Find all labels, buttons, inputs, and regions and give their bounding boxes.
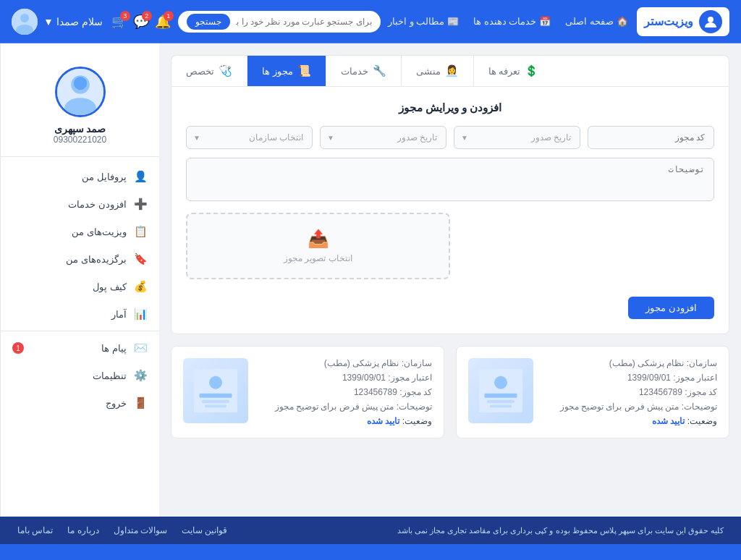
logout-icon: 🚪 [134,396,148,410]
tab-licenses[interactable]: 📜 مجوز ها [247,56,326,86]
tab-secretary-label: منشی [416,66,441,77]
search-input[interactable] [236,17,372,27]
svg-point-10 [494,376,507,389]
messages-icon: ✉️ [134,341,148,355]
svg-point-2 [20,14,29,22]
header-left: ویزیت‌ستر 🏠 صفحه اصلی 📅 خدمات دهنده ها 📰… [388,7,729,36]
svg-point-5 [209,376,222,389]
content-area: 💲 تعرفه ها 👩‍💼 منشی 🔧 خدمات 📜 مجوز ها 🩺 [0,43,741,517]
licenses-icon: 📜 [297,64,311,77]
organization-wrapper: انتخاب سازمان ▼ [186,126,313,149]
nav-home[interactable]: 🏠 صفحه اصلی [565,16,628,27]
tab-specialty-label: تخصص [186,66,214,77]
sidebar-label-logout: خروج [106,398,127,409]
form-row-1: انتخاب سازمان ▼ تاریخ صدور ▼ تاریخ صدور [186,126,714,149]
settings-icon: ⚙️ [134,369,148,382]
license-code-input[interactable] [588,126,714,149]
nav-links: 🏠 صفحه اصلی 📅 خدمات دهنده ها 📰 مطالب و ا… [388,16,628,27]
sidebar-label-favorites: برگزیده‌های من [66,254,127,265]
logo-area[interactable]: ویزیت‌ستر [637,7,729,36]
notification-bell[interactable]: 🔔 1 [155,14,171,30]
sidebar-label-wallet: کیف پول [93,281,127,292]
issue-date-select[interactable]: تاریخ صدور [320,126,446,149]
specialty-icon: 🩺 [219,64,232,77]
sidebar-item-messages[interactable]: ✉️ پیام ها 1 [1,334,159,362]
expiry-date-select[interactable]: تاریخ صدور [454,126,580,149]
sidebar-item-visits[interactable]: 📋 ویزیت‌های من [1,218,159,245]
submit-button[interactable]: افزودن مجوز [628,297,714,319]
form-container: افزودن و ویرایش مجوز انتخاب سازمان ▼ تار… [171,86,729,334]
logo-icon [699,10,722,33]
main-wrapper: 💲 تعرفه ها 👩‍💼 منشی 🔧 خدمات 📜 مجوز ها 🩺 [0,43,741,517]
sidebar-item-stats[interactable]: 📊 آمار [1,300,159,328]
tab-secretary[interactable]: 👩‍💼 منشی [401,56,473,86]
sidebar-item-logout[interactable]: 🚪 خروج [1,389,159,417]
code-wrapper [588,126,714,149]
sidebar-item-add-services[interactable]: ➕ افزودن خدمات [1,190,159,218]
tab-services-label: خدمات [341,66,368,77]
tab-services[interactable]: 🔧 خدمات [326,56,401,86]
nav-providers[interactable]: 📅 خدمات دهنده ها [473,16,551,27]
card-1-image [183,358,248,423]
svg-point-17 [73,77,86,90]
secretary-icon: 👩‍💼 [445,64,459,77]
svg-point-0 [708,17,714,22]
svg-rect-13 [490,405,512,408]
sidebar-divider [1,331,159,331]
footer-link-rules[interactable]: قوانین سایت [182,525,227,535]
card-2-status: وضعیت: تایید شده [542,416,717,426]
upload-icon: 📤 [202,229,434,249]
card-2-code: کد مجوز: 123456789 [542,387,717,397]
card-2-desc: توضیحات: متن پیش فرض برای توضیح مجوز [542,402,717,412]
profile-section: صمد سپهری 09300221020 [1,55,159,157]
user-info[interactable]: سلام صمدا ▼ [12,9,103,35]
upload-area[interactable]: 📤 انتخاب تصویر مجوز [186,213,450,279]
card-2-info: سازمان: نظام پزشکی (مطب) اعتبار مجوز: 13… [542,358,717,426]
sidebar-item-settings[interactable]: ⚙️ تنظیمات [1,362,159,389]
card-1-org: سازمان: نظام پزشکی (مطب) [257,358,432,368]
profile-icon: 👤 [134,170,148,183]
notification-cart[interactable]: 🛒 3 [111,14,127,30]
organization-select[interactable]: انتخاب سازمان [186,126,313,149]
card-1-desc: توضیحات: متن پیش فرض برای توضیح مجوز [257,402,432,412]
license-cards: سازمان: نظام پزشکی (مطب) اعتبار مجوز: 13… [171,346,729,438]
card-2-image [468,358,533,423]
header-right: 🔔 1 💬 2 🛒 3 سلام صمدا ▼ [12,9,171,35]
tab-specialty[interactable]: 🩺 تخصص [172,56,247,86]
issue-date-wrapper: تاریخ صدور ▼ [320,126,446,149]
bell-badge: 1 [164,11,174,21]
sidebar-label-messages: پیام ها [101,343,127,354]
footer-link-contact[interactable]: تماس باما [17,525,53,535]
sidebar-label-add: افزودن خدمات [68,199,127,210]
card-2-org: سازمان: نظام پزشکی (مطب) [542,358,717,368]
profile-avatar [55,67,106,117]
search-button[interactable]: جستجو [187,14,230,30]
footer-link-faq[interactable]: سوالات متداول [114,525,167,535]
user-name: سلام صمدا ▼ [43,16,103,27]
description-field[interactable] [186,158,714,201]
wallet-icon: 💰 [134,280,148,293]
notification-chat[interactable]: 💬 2 [133,14,149,30]
license-card-2: سازمان: نظام پزشکی (مطب) اعتبار مجوز: 13… [456,346,729,438]
sidebar-menu: 👤 پروفایل من ➕ افزودن خدمات 📋 ویزیت‌های … [1,163,159,417]
card-1-date: اعتبار مجوز: 1399/09/01 [257,373,432,383]
upload-text: انتخاب تصویر مجوز [202,253,434,263]
license-card-1: سازمان: نظام پزشکی (مطب) اعتبار مجوز: 13… [171,346,444,438]
search-box[interactable]: جستجو [178,11,381,33]
news-icon: 📰 [447,16,459,27]
card-1-status: وضعیت: تایید شده [257,416,432,426]
tab-licenses-label: مجوز ها [262,66,293,77]
footer-links: قوانین سایت سوالات متداول درباره ما تماس… [17,525,227,535]
profile-name: صمد سپهری [54,123,106,135]
header: ویزیت‌ستر 🏠 صفحه اصلی 📅 خدمات دهنده ها 📰… [0,0,741,43]
svg-rect-12 [487,400,515,404]
sidebar-item-favorites[interactable]: 🔖 برگزیده‌های من [1,245,159,273]
nav-news[interactable]: 📰 مطالب و اخبار [388,16,459,27]
sidebar-item-profile[interactable]: 👤 پروفایل من [1,163,159,190]
footer-link-about[interactable]: درباره ما [67,525,98,535]
sidebar-item-wallet[interactable]: 💰 کیف پول [1,273,159,300]
tab-tariffs[interactable]: 💲 تعرفه ها [473,56,554,86]
svg-rect-6 [200,394,232,398]
footer: کلیه حقوق این سایت برای سپهر پلاس محفوظ … [0,517,741,544]
card-1-code: کد مجوز: 123456789 [257,387,432,397]
